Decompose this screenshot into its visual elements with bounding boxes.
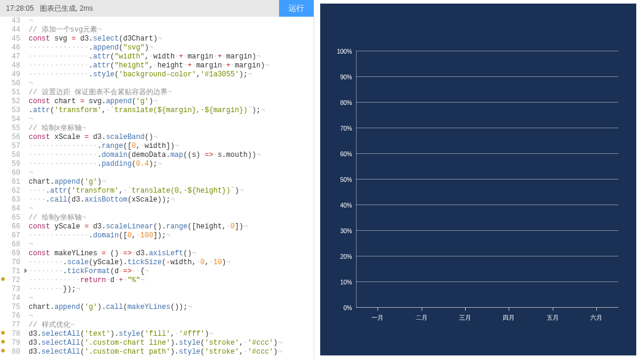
code-content[interactable]: const svg = d3.select(d3Chart)¬ <box>26 35 162 44</box>
code-content[interactable]: ¬ <box>26 240 33 249</box>
code-content[interactable]: ····.call(d3.axisBottom(xScale));¬ <box>26 196 175 205</box>
code-line[interactable]: 73········});¬ <box>0 285 314 294</box>
code-line[interactable]: 71········.tickFormat(d·=>··{¬ <box>0 267 314 276</box>
code-content[interactable]: ··············.append("svg")¬ <box>26 44 153 52</box>
x-tick <box>509 308 509 311</box>
code-content[interactable]: d3.selectAll('.custom-chart path').style… <box>26 348 282 357</box>
code-content[interactable]: ¬ <box>26 205 33 213</box>
line-number: 54 <box>0 115 26 124</box>
code-line[interactable]: 58················.domain(demoData.map((… <box>0 151 314 160</box>
y-tick-label: 100% <box>337 48 352 55</box>
code-line[interactable]: 53.attr('transform',·`translate(${margin… <box>0 106 314 115</box>
code-content[interactable]: chart.append('g').call(makeYLines());¬ <box>26 303 192 312</box>
code-line[interactable]: 49··············.style('background-color… <box>0 70 314 79</box>
code-line[interactable]: 77// 样式优化¬ <box>0 321 314 330</box>
line-number: 61 <box>0 178 26 187</box>
chart-canvas: 0%10%20%30%40%50%60%70%80%90%100%一月二月三月四… <box>320 4 636 355</box>
x-tick <box>465 308 466 311</box>
code-content[interactable]: .attr('transform',·`translate(${margin},… <box>26 106 265 115</box>
code-content[interactable]: ················.padding(0.4);¬ <box>26 160 162 169</box>
code-line[interactable]: 68¬ <box>0 240 314 249</box>
gridline-h <box>356 128 618 128</box>
line-number: 58 <box>0 151 26 160</box>
code-content[interactable]: ··············.attr("width",·width·+·mar… <box>26 52 261 61</box>
code-line[interactable]: 69const makeYLines = ()·=>·d3.axisLeft()… <box>0 249 314 258</box>
code-line[interactable]: 44// 添加一个svg元素¬ <box>0 26 314 35</box>
code-line[interactable]: 59················.padding(0.4);¬ <box>0 160 314 169</box>
code-line[interactable]: 80d3.selectAll('.custom-chart path').sty… <box>0 348 314 357</box>
code-line[interactable]: 60¬ <box>0 169 314 178</box>
code-line[interactable]: 43¬ <box>0 17 314 26</box>
code-line[interactable]: 46··············.append("svg")¬ <box>0 44 314 52</box>
code-line[interactable]: 74¬ <box>0 294 314 303</box>
code-line[interactable]: 67··············.domain([0,·100]);¬ <box>0 231 314 240</box>
code-content[interactable]: // 绘制y坐标轴¬ <box>26 213 86 222</box>
x-tick <box>596 308 597 311</box>
code-line[interactable]: 66const yScale = d3.scaleLinear().range(… <box>0 222 314 231</box>
code-line[interactable]: 65// 绘制y坐标轴¬ <box>0 213 314 222</box>
x-tick <box>553 308 553 311</box>
gridline-h <box>356 307 618 308</box>
code-line[interactable]: 61chart.append('g')¬ <box>0 178 314 187</box>
fold-icon[interactable] <box>24 268 27 273</box>
code-line[interactable]: 64¬ <box>0 205 314 213</box>
code-line[interactable]: 56const xScale = d3.scaleBand()¬ <box>0 133 314 142</box>
code-content[interactable]: ············return·d·+·"%"¬ <box>26 276 144 285</box>
code-content[interactable]: // 设置边距 保证图表不会紧贴容器的边界¬ <box>26 88 172 97</box>
code-line[interactable]: 79d3.selectAll('.custom-chart line').sty… <box>0 339 314 348</box>
code-content[interactable]: ¬ <box>26 312 33 321</box>
code-line[interactable]: 47··············.attr("width",·width·+·m… <box>0 52 314 61</box>
line-number: 44 <box>0 26 26 35</box>
code-content[interactable]: ················.domain(demoData.map((s)… <box>26 151 261 160</box>
code-line[interactable]: 76¬ <box>0 312 314 321</box>
line-number: 67 <box>0 231 26 240</box>
code-line[interactable]: 55// 绘制x坐标轴¬ <box>0 124 314 133</box>
run-button[interactable]: 运行 <box>279 0 314 17</box>
code-line[interactable]: 62····.attr('transform',·`translate(0,·$… <box>0 187 314 196</box>
code-line[interactable]: 51// 设置边距 保证图表不会紧贴容器的边界¬ <box>0 88 314 97</box>
code-line[interactable]: 70········.scale(yScale).tickSize(-width… <box>0 258 314 267</box>
code-line[interactable]: 57················.range([0,·width])¬ <box>0 142 314 151</box>
code-line[interactable]: 48··············.attr("height",·height·+… <box>0 61 314 70</box>
code-content[interactable]: ¬ <box>26 17 33 26</box>
code-line[interactable]: 75chart.append('g').call(makeYLines());¬ <box>0 303 314 312</box>
code-line[interactable]: 72············return·d·+·"%"¬ <box>0 276 314 285</box>
line-number: 50 <box>0 79 26 88</box>
code-content[interactable]: d3.selectAll('text').style('fill',·'#fff… <box>26 330 213 339</box>
x-tick-label: 五月 <box>547 314 559 322</box>
code-content[interactable]: ····.attr('transform',·`translate(0,·${h… <box>26 187 243 196</box>
code-content[interactable]: ········.scale(yScale).tickSize(-width,·… <box>26 258 231 267</box>
code-content[interactable]: const makeYLines = ()·=>·d3.axisLeft()¬ <box>26 249 196 258</box>
code-content[interactable]: const xScale = d3.scaleBand()¬ <box>26 133 157 142</box>
code-editor[interactable]: 43¬44// 添加一个svg元素¬45const svg = d3.selec… <box>0 17 314 359</box>
code-content[interactable]: ¬ <box>26 169 33 178</box>
code-line[interactable]: 63····.call(d3.axisBottom(xScale));¬ <box>0 196 314 205</box>
line-number: 75 <box>0 303 26 312</box>
code-content[interactable]: ········.tickFormat(d·=>··{¬ <box>26 267 149 276</box>
code-content[interactable]: // 添加一个svg元素¬ <box>26 26 101 35</box>
code-line[interactable]: 78d3.selectAll('text').style('fill',·'#f… <box>0 330 314 339</box>
code-line[interactable]: 54¬ <box>0 115 314 124</box>
gridline-h <box>356 102 618 103</box>
code-content[interactable]: ¬ <box>26 79 33 88</box>
code-content[interactable]: const yScale = d3.scaleLinear().range([h… <box>26 222 247 231</box>
line-number: 46 <box>0 44 26 52</box>
code-content[interactable]: chart.append('g')¬ <box>26 178 106 187</box>
code-content[interactable]: ¬ <box>26 115 33 124</box>
code-content[interactable]: // 样式优化¬ <box>26 321 75 330</box>
code-content[interactable]: ¬ <box>26 294 33 303</box>
code-content[interactable]: const chart = svg.append('g')¬ <box>26 97 157 106</box>
code-line[interactable]: 45const svg = d3.select(d3Chart)¬ <box>0 35 314 44</box>
y-tick-label: 40% <box>340 202 352 209</box>
code-content[interactable]: ··············.domain([0,·100]);¬ <box>26 231 171 240</box>
code-content[interactable]: ········});¬ <box>26 285 80 294</box>
code-content[interactable]: ················.range([0,·width])¬ <box>26 142 179 151</box>
code-content[interactable]: // 绘制x坐标轴¬ <box>26 124 86 133</box>
code-line[interactable]: 52const chart = svg.append('g')¬ <box>0 97 314 106</box>
code-line[interactable]: 50¬ <box>0 79 314 88</box>
lint-warning-icon <box>1 349 5 352</box>
line-number: 70 <box>0 258 26 267</box>
code-content[interactable]: ··············.attr("height",·height·+·m… <box>26 61 269 70</box>
code-content[interactable]: ··············.style('background-color',… <box>26 70 252 79</box>
code-content[interactable]: d3.selectAll('.custom-chart line').style… <box>26 339 282 348</box>
